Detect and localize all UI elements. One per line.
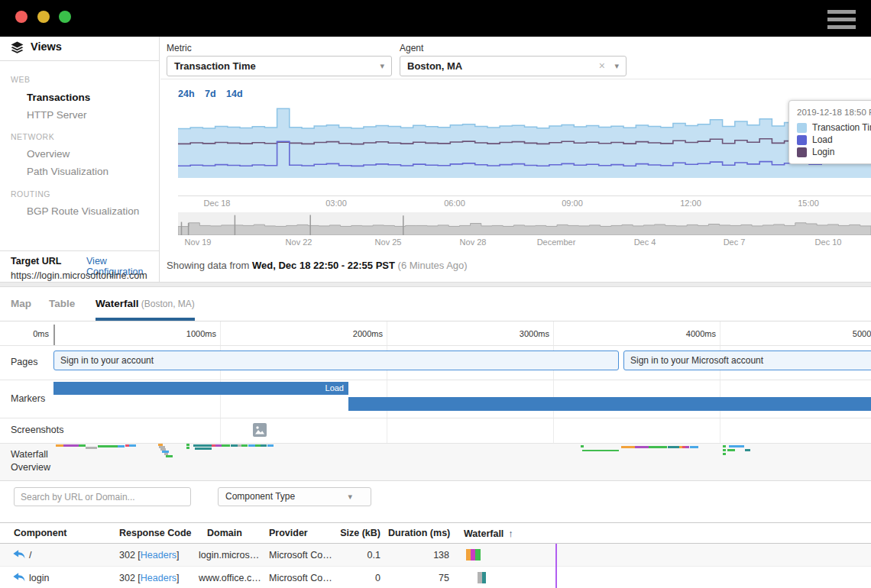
cell-provider: Microsoft Co… (269, 550, 332, 561)
headers-link[interactable]: Headers (141, 550, 176, 561)
timeline-brush[interactable] (178, 212, 871, 235)
overview-segment (118, 445, 125, 447)
page-bar-sign-in-microsoft[interactable]: Sign in to your Microsoft account (623, 351, 871, 370)
col-response-code[interactable]: Response Code (119, 528, 191, 538)
redirect-icon (12, 572, 26, 583)
tab-map[interactable]: Map (11, 298, 31, 309)
overview-segment (685, 446, 689, 448)
section-divider (0, 282, 871, 287)
overview-segment (729, 445, 744, 447)
transaction-time-chart[interactable] (178, 107, 871, 178)
resp-suffix: ] (176, 550, 179, 561)
col-size[interactable]: Size (kB) (335, 528, 380, 538)
minimize-window-icon[interactable] (37, 11, 50, 23)
waterfall-segment (475, 549, 481, 561)
overview-segment (267, 444, 274, 447)
page-load-marker-line (555, 544, 557, 588)
overview-segment (56, 444, 63, 447)
wf-axis-tick: 2000ms (325, 329, 383, 338)
target-url-value: https://login.microsoftonline.com (11, 270, 147, 281)
overview-segment (635, 446, 649, 448)
metric-select[interactable]: Transaction Time ▾ (167, 56, 392, 76)
cell-duration: 75 (388, 573, 449, 583)
legend-swatch-transaction-time (797, 123, 807, 133)
legend-label: Login (812, 147, 834, 157)
overview-segment (222, 444, 230, 447)
component-type-select[interactable]: Component Type ▾ (218, 487, 371, 506)
tab-table[interactable]: Table (49, 298, 75, 309)
overview-segment (129, 444, 136, 447)
metric-label: Metric (167, 43, 192, 53)
views-sidebar: Views WEB Transactions HTTP Server NETWO… (0, 37, 160, 283)
table-row[interactable]: login 302 [Headers] www.office.c… Micros… (0, 567, 871, 588)
tooltip-timestamp: 2019-12-18 18:50 PST (797, 108, 871, 117)
sidebar-item-overview[interactable]: Overview (27, 148, 70, 160)
sidebar-item-bgp-route-visualization[interactable]: BGP Route Visualization (27, 205, 139, 217)
row-divider (0, 380, 871, 380)
overview-segment (186, 444, 189, 446)
overview-segment (582, 450, 619, 451)
col-provider[interactable]: Provider (269, 528, 308, 538)
status-prefix: Showing data from (167, 260, 252, 271)
x-tick: 06:00 (444, 199, 465, 208)
screenshot-thumbnail-icon[interactable] (253, 423, 267, 437)
agent-select[interactable]: Boston, MA × ▾ (400, 56, 627, 76)
overview-segment (649, 446, 667, 448)
sidebar-item-path-visualization[interactable]: Path Visualization (27, 166, 108, 177)
cell-waterfall-bar[interactable] (466, 549, 481, 561)
overview-segment (79, 444, 86, 447)
overview-segment (621, 446, 635, 448)
marker-bar-load[interactable]: Load (53, 382, 348, 395)
headers-link[interactable]: Headers (141, 573, 176, 583)
tab-waterfall[interactable]: Waterfall (Boston, MA) (96, 298, 195, 321)
resp-prefix: 302 [ (119, 550, 141, 561)
table-row[interactable]: / 302 [Headers] login.micros… Microsoft … (0, 544, 871, 567)
sidebar-item-transactions[interactable]: Transactions (27, 92, 90, 103)
agent-label: Agent (400, 43, 423, 53)
wf-axis-tick: 3000ms (492, 329, 549, 338)
col-duration[interactable]: Duration (ms) (388, 528, 449, 538)
resp-suffix: ] (176, 573, 179, 583)
row-divider (0, 443, 871, 444)
cell-component: / (29, 550, 31, 561)
brush-tick: Nov 28 (460, 237, 487, 247)
brush-tick: Nov 22 (286, 237, 312, 247)
sidebar-item-http-server[interactable]: HTTP Server (27, 109, 87, 121)
x-axis-line (178, 195, 871, 196)
range-24h-link[interactable]: 24h (178, 89, 195, 99)
legend-label: Load (812, 134, 833, 145)
status-ago: (6 Minutes Ago) (395, 260, 468, 271)
hamburger-menu-icon[interactable] (827, 10, 856, 29)
page-bar-sign-in[interactable]: Sign in to your account (53, 351, 619, 370)
range-14d-link[interactable]: 14d (226, 89, 243, 99)
cell-size: 0.1 (335, 550, 380, 561)
legend-swatch-login (797, 147, 807, 157)
wf-axis-tick: 0ms (0, 329, 49, 338)
range-7d-link[interactable]: 7d (205, 89, 216, 99)
cell-response-code: 302 [Headers] (119, 550, 180, 561)
section-label-network: NETWORK (11, 132, 54, 141)
zoom-window-icon[interactable] (59, 11, 71, 23)
cell-waterfall-bar[interactable] (478, 572, 486, 583)
cell-domain: login.micros… (199, 550, 259, 561)
col-waterfall[interactable]: Waterfall↑ (464, 528, 513, 539)
close-window-icon[interactable] (15, 11, 28, 23)
overview-segment (255, 444, 261, 447)
axis-origin-tick (53, 325, 55, 345)
col-domain[interactable]: Domain (207, 528, 242, 538)
app-window: Views WEB Transactions HTTP Server NETWO… (0, 0, 871, 588)
overview-segment (186, 447, 189, 449)
cell-duration: 138 (388, 550, 449, 561)
status-line: Showing data from Wed, Dec 18 22:50 - 22… (167, 260, 468, 271)
search-input[interactable] (14, 487, 191, 506)
marker-bar-2[interactable] (348, 397, 871, 411)
brush-tick: Dec 4 (634, 237, 656, 247)
col-component[interactable]: Component (14, 528, 66, 538)
target-url-block: Target URL View Configuration https://lo… (0, 250, 159, 251)
brush-tick: Dec 10 (815, 237, 842, 247)
cell-component: login (29, 573, 49, 583)
overview-segment (690, 446, 698, 448)
overview-segment (745, 449, 750, 451)
clear-agent-icon[interactable]: × (599, 57, 605, 76)
overview-segment (215, 444, 222, 447)
